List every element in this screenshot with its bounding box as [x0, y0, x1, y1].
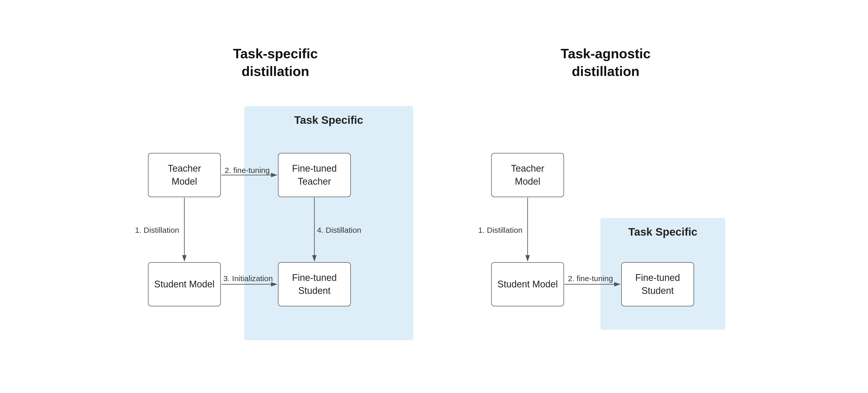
- diagram2-label-fine-tuning: 2. fine-tuning: [568, 274, 613, 283]
- diagram2-student-box: Student Model: [491, 262, 564, 306]
- diagram2-title: Task-agnostic distillation: [561, 45, 651, 80]
- diagram1-label-fine-tuning: 2. fine-tuning: [225, 166, 270, 175]
- diagram1-task-panel-label: Task Specific: [244, 106, 413, 126]
- diagram2-fine-tuned-student-box: Fine-tuned Student: [621, 262, 694, 306]
- diagram1-fine-tuned-teacher-box: Fine-tuned Teacher: [278, 153, 351, 197]
- diagram1-fine-tuned-student-box: Fine-tuned Student: [278, 262, 351, 306]
- diagram2-task-panel-label: Task Specific: [600, 218, 725, 238]
- diagram1-label-initialization: 3. Initialization: [223, 274, 273, 283]
- diagram2-label-distillation1: 1. Distillation: [478, 226, 522, 235]
- diagram2-teacher-box: Teacher Model: [491, 153, 564, 197]
- diagram1-label-distillation1: 1. Distillation: [135, 226, 179, 235]
- diagram1-student-box: Student Model: [148, 262, 221, 306]
- diagram1-title: Task-specific distillation: [233, 45, 318, 80]
- diagram2-body: Task Specific Teacher Model Student Mode…: [475, 101, 736, 348]
- main-container: Task-specific distillation Task Specific…: [0, 24, 868, 369]
- diagram1: Task-specific distillation Task Specific…: [132, 45, 418, 348]
- diagram1-body: Task Specific Teacher Model Fine-tuned T…: [132, 101, 418, 348]
- diagram2: Task-agnostic distillation Task Specific…: [475, 45, 736, 348]
- diagram1-teacher-box: Teacher Model: [148, 153, 221, 197]
- diagram1-label-distillation4: 4. Distillation: [317, 226, 361, 235]
